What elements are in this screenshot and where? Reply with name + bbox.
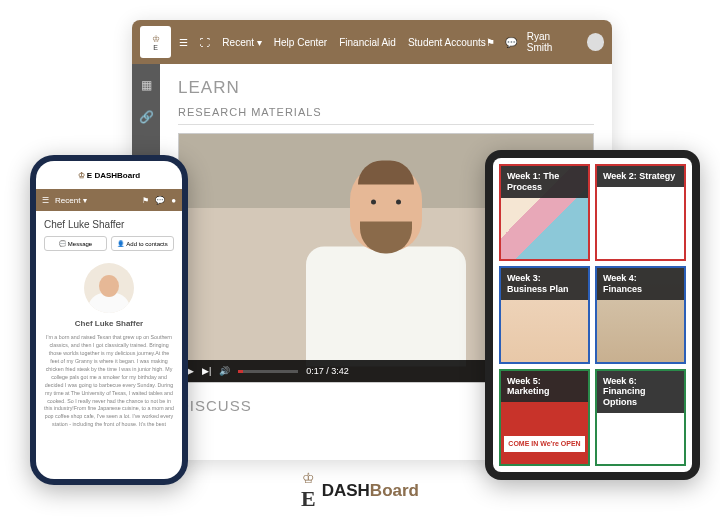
phone-device: ♔E DASHBoard ☰ Recent ▾ ⚑ 💬 ● Chef Luke … <box>30 155 188 485</box>
page-title: LEARN <box>178 78 594 98</box>
section-title: RESEARCH MATERIALS <box>178 106 594 125</box>
course-card-week5[interactable]: COME IN We're OPENWeek 5: Marketing <box>499 369 590 466</box>
desktop-header: ♔E ☰ ⛶ Recent ▾ Help Center Financial Ai… <box>132 20 612 64</box>
logo-e: E <box>153 44 158 51</box>
phone-brand: ♔E DASHBoard <box>36 161 182 189</box>
card-label: Week 4: Finances <box>597 268 684 300</box>
menu-icon[interactable]: ☰ <box>42 196 49 205</box>
grid-icon[interactable]: ▦ <box>141 78 152 92</box>
profile-actions: 💬 Message 👤 Add to contacts <box>36 236 182 259</box>
crown-icon: ♔ <box>302 470 315 486</box>
brand-logo[interactable]: ♔E <box>140 26 171 58</box>
video-time: 0:17 / 3:42 <box>306 366 349 376</box>
course-card-week1[interactable]: Week 1: The Process <box>499 164 590 261</box>
message-button[interactable]: 💬 Message <box>44 236 107 251</box>
tablet-screen: Week 1: The Process Week 2: Strategy Wee… <box>493 158 692 472</box>
nav-recent[interactable]: Recent ▾ <box>55 196 87 205</box>
nav-recent[interactable]: Recent ▾ <box>222 37 261 48</box>
card-label: Week 5: Marketing <box>501 371 588 403</box>
course-card-week3[interactable]: Week 3: Business Plan <box>499 266 590 363</box>
phone-toolbar: ☰ Recent ▾ ⚑ 💬 ● <box>36 189 182 211</box>
open-sign: COME IN We're OPEN <box>504 436 584 452</box>
avatar[interactable] <box>587 33 604 51</box>
username[interactable]: Ryan Smith <box>527 31 577 53</box>
logo-e: E <box>301 486 316 512</box>
nav-accounts[interactable]: Student Accounts <box>408 37 486 48</box>
card-label: Week 2: Strategy <box>597 166 684 187</box>
add-contact-button[interactable]: 👤 Add to contacts <box>111 236 174 251</box>
profile-bio: I'm a born and raised Texan that grew up… <box>36 334 182 429</box>
chat-icon[interactable]: 💬 <box>505 37 517 48</box>
footer-brand: ♔E DASHBoard <box>301 470 419 512</box>
avatar-name: Chef Luke Shaffer <box>36 319 182 328</box>
header-right: ⚑ 💬 Ryan Smith <box>486 31 604 53</box>
phone-screen: ♔E DASHBoard ☰ Recent ▾ ⚑ 💬 ● Chef Luke … <box>36 161 182 479</box>
avatar-icon[interactable]: ● <box>171 196 176 205</box>
chat-icon[interactable]: 💬 <box>155 196 165 205</box>
course-card-week6[interactable]: Week 6: Financing Options <box>595 369 686 466</box>
volume-icon[interactable]: 🔊 <box>219 366 230 376</box>
tablet-device: Week 1: The Process Week 2: Strategy Wee… <box>485 150 700 480</box>
brand-logo: ♔E <box>301 470 316 512</box>
notification-icon[interactable]: ⚑ <box>142 196 149 205</box>
next-icon[interactable]: ▶| <box>202 366 211 376</box>
card-label: Week 6: Financing Options <box>597 371 684 413</box>
card-label: Week 1: The Process <box>501 166 588 198</box>
course-card-week4[interactable]: Week 4: Finances <box>595 266 686 363</box>
course-card-week2[interactable]: Week 2: Strategy <box>595 164 686 261</box>
nav-financial[interactable]: Financial Aid <box>339 37 396 48</box>
menu-icon[interactable]: ☰ <box>179 37 188 48</box>
video-subject <box>301 164 471 374</box>
notification-icon[interactable]: ⚑ <box>486 37 495 48</box>
top-nav: ☰ ⛶ Recent ▾ Help Center Financial Aid S… <box>179 37 485 48</box>
nav-help[interactable]: Help Center <box>274 37 327 48</box>
video-progress[interactable] <box>238 370 298 373</box>
card-label: Week 3: Business Plan <box>501 268 588 300</box>
link-icon[interactable]: 🔗 <box>139 110 154 124</box>
brand-text: DASHBoard <box>322 481 419 501</box>
fullscreen-icon[interactable]: ⛶ <box>200 37 210 48</box>
profile-avatar <box>84 263 134 313</box>
play-icon[interactable]: ▶ <box>187 366 194 376</box>
profile-name: Chef Luke Shaffer <box>36 211 182 236</box>
